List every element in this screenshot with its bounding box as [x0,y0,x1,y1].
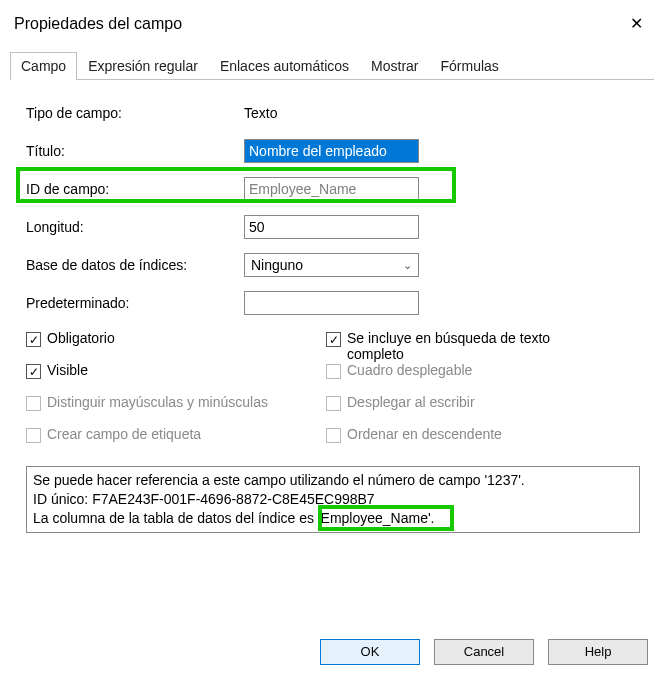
check-incluye-busqueda[interactable]: Se incluye en búsqueda de texto completo [326,330,640,362]
db-indices-value: Ninguno [251,257,303,273]
tipo-campo-value: Texto [244,105,277,121]
tab-strip: Campo Expresión regular Enlaces automáti… [10,52,654,80]
longitud-label: Longitud: [26,219,244,235]
tab-expresion-regular[interactable]: Expresión regular [77,52,209,80]
checkbox-icon [26,396,41,411]
chevron-down-icon: ⌄ [403,259,412,272]
ok-button[interactable]: OK [320,639,420,665]
dialog-title: Propiedades del campo [14,15,182,33]
check-ordenar-label: Ordenar en descendente [347,426,502,442]
check-desplegar-label: Desplegar al escribir [347,394,475,410]
info-line-3b: 'Employee_Name'. [318,510,435,526]
tab-enlaces-automaticos[interactable]: Enlaces automáticos [209,52,360,80]
db-indices-select[interactable]: Ninguno ⌄ [244,253,419,277]
titulo-input[interactable] [244,139,419,163]
check-desplegable-label: Cuadro desplegable [347,362,472,378]
check-visible[interactable]: Visible [26,362,326,394]
check-crear-label: Crear campo de etiqueta [47,426,201,442]
tab-mostrar[interactable]: Mostrar [360,52,429,80]
checkbox-icon [26,332,41,347]
titulo-label: Título: [26,143,244,159]
check-obligatorio[interactable]: Obligatorio [26,330,326,362]
checkbox-icon [326,428,341,443]
info-line-3a: La columna de la tabla de datos del índi… [33,510,318,526]
check-visible-label: Visible [47,362,88,378]
info-box: Se puede hacer referencia a este campo u… [26,466,640,533]
id-campo-input [244,177,419,201]
checkbox-icon [326,364,341,379]
tab-campo[interactable]: Campo [10,52,77,80]
check-crear-etiqueta: Crear campo de etiqueta [26,426,326,458]
check-ordenar: Ordenar en descendente [326,426,640,458]
tipo-campo-label: Tipo de campo: [26,105,244,121]
predeterminado-label: Predeterminado: [26,295,244,311]
check-obligatorio-label: Obligatorio [47,330,115,346]
checkbox-icon [326,396,341,411]
cancel-button[interactable]: Cancel [434,639,534,665]
predeterminado-input[interactable] [244,291,419,315]
check-distinguir: Distinguir mayúsculas y minúsculas [26,394,326,426]
checkbox-icon [26,364,41,379]
check-desplegar: Desplegar al escribir [326,394,640,426]
checkbox-icon [326,332,341,347]
db-indices-label: Base de datos de índices: [26,257,244,273]
check-incluye-label: Se incluye en búsqueda de texto completo [347,330,577,362]
longitud-input[interactable] [244,215,419,239]
close-icon[interactable]: ✕ [622,10,650,38]
checkbox-icon [26,428,41,443]
tab-formulas[interactable]: Fórmulas [430,52,510,80]
info-line-2: ID único: F7AE243F-001F-4696-8872-C8E45E… [33,490,633,509]
check-distinguir-label: Distinguir mayúsculas y minúsculas [47,394,268,410]
help-button[interactable]: Help [548,639,648,665]
check-cuadro-desplegable: Cuadro desplegable [326,362,640,394]
info-line-1: Se puede hacer referencia a este campo u… [33,471,633,490]
id-campo-label: ID de campo: [26,181,244,197]
